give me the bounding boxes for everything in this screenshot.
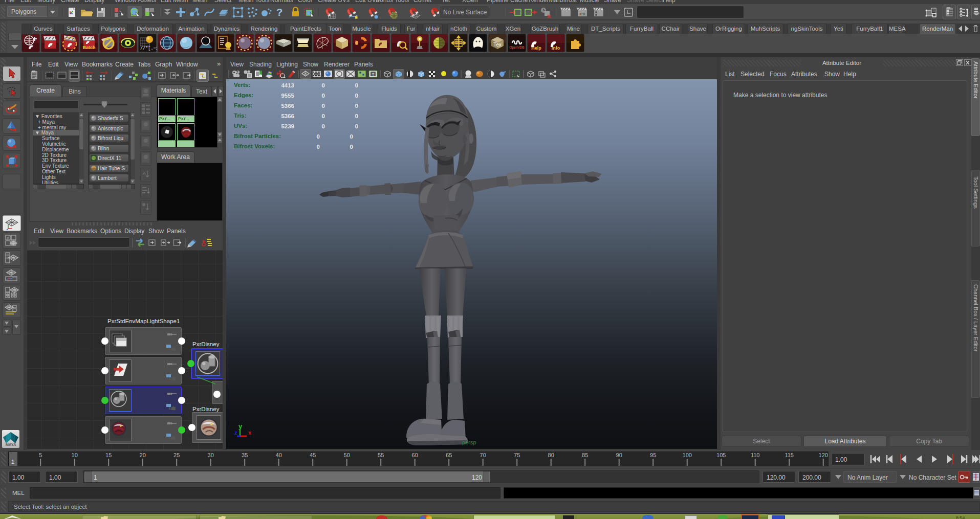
svg-text:25: 25 (173, 452, 180, 458)
svg-text:95: 95 (650, 452, 656, 458)
svg-text:A: A (143, 171, 146, 176)
svg-text:35: 35 (242, 452, 248, 458)
svg-text:85: 85 (582, 452, 588, 458)
svg-text:30: 30 (208, 452, 214, 458)
svg-text:Tex: Tex (493, 42, 502, 48)
svg-text:70: 70 (480, 452, 486, 458)
svg-text:105: 105 (716, 452, 726, 458)
svg-text:45: 45 (310, 452, 316, 458)
svg-text:60: 60 (412, 452, 418, 458)
svg-text:50: 50 (344, 452, 350, 458)
svg-text:OpenVDB: OpenVDB (509, 46, 524, 50)
svg-text:x: x (248, 430, 252, 436)
svg-text:15: 15 (105, 452, 112, 458)
svg-text:10: 10 (72, 452, 78, 458)
svg-text:20: 20 (140, 452, 146, 458)
svg-text:120: 120 (819, 452, 828, 458)
svg-text:T: T (372, 72, 375, 77)
svg-text:5: 5 (39, 452, 42, 458)
svg-text:z: z (234, 430, 237, 436)
svg-text:y: y (238, 422, 243, 430)
svg-text:75: 75 (514, 452, 520, 458)
svg-text:IPR: IPR (579, 12, 585, 16)
svg-text:100: 100 (683, 452, 692, 458)
svg-text:40: 40 (276, 452, 282, 458)
svg-text:55: 55 (378, 452, 384, 458)
svg-text:80: 80 (548, 452, 554, 458)
svg-text:115: 115 (785, 452, 794, 458)
svg-text:MAYA: MAYA (6, 442, 16, 447)
svg-text:65: 65 (446, 452, 452, 458)
svg-text://*[.=1]: //*[.=1] (140, 46, 157, 51)
svg-text:110: 110 (751, 452, 760, 458)
svg-text:Help: Help (531, 46, 541, 51)
svg-text:90: 90 (616, 452, 622, 458)
svg-text:Info: Info (552, 46, 560, 51)
svg-text:Batch: Batch (82, 45, 95, 50)
